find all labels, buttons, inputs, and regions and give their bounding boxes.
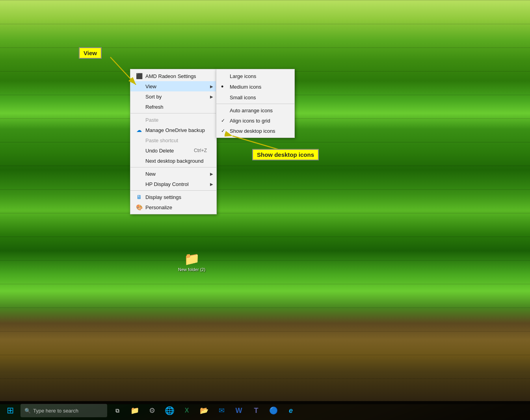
taskbar-edge[interactable]: e (282, 402, 299, 419)
submenu-label-small: Small icons (230, 95, 256, 100)
menu-item-amd-radeon[interactable]: ⬛ AMD Radeon Settings (130, 71, 216, 81)
menu-item-refresh[interactable]: Refresh (130, 102, 216, 112)
submenu-separator-1 (216, 104, 294, 104)
show-desktop-check: ✓ (221, 128, 227, 134)
submenu-large-icons[interactable]: Large icons (216, 71, 294, 81)
annotation-view: View (79, 47, 102, 59)
taskbar-search-box[interactable]: 🔍 Type here to search (20, 404, 107, 417)
menu-item-display-settings[interactable]: 🖥 Display settings (130, 192, 216, 202)
separator-3 (130, 190, 216, 191)
taskbar-excel[interactable]: X (178, 402, 195, 419)
desktop-icon-newfolder[interactable]: 📁 New folder (2) (178, 251, 205, 272)
menu-item-personalize[interactable]: 🎨 Personalize (130, 202, 216, 212)
submenu-label-align: Align icons to grid (230, 118, 270, 124)
menu-label-display: Display settings (145, 194, 181, 200)
menu-label-new: New (145, 171, 156, 177)
menu-label-paste-shortcut: Paste shortcut (145, 138, 178, 143)
submenu-view: Large icons • Medium icons Small icons A… (216, 69, 295, 138)
onedrive-icon: ☁ (135, 127, 143, 133)
menu-label-onedrive: Manage OneDrive backup (145, 127, 205, 133)
submenu-label-medium: Medium icons (230, 84, 261, 90)
view-arrow-icon: ▶ (210, 84, 213, 89)
menu-item-paste: Paste (130, 115, 216, 125)
submenu-auto-arrange[interactable]: Auto arrange icons (216, 105, 294, 115)
medium-bullet: • (221, 83, 227, 90)
submenu-medium-icons[interactable]: • Medium icons (216, 81, 294, 92)
search-placeholder: Type here to search (33, 408, 78, 414)
taskbar-word[interactable]: W (230, 402, 247, 419)
taskbar: ⊞ 🔍 Type here to search ⧉ 📁 ⚙ 🌐 X 📂 ✉ W … (0, 401, 530, 420)
menu-item-sort-by[interactable]: Sort by ▶ (130, 91, 216, 102)
undo-shortcut: Ctrl+Z (194, 148, 207, 153)
annotation-show-desktop-icons: Show desktop icons (252, 149, 319, 160)
menu-label-next-bg: Next desktop background (145, 158, 203, 164)
submenu-align-icons[interactable]: ✓ Align icons to grid (216, 115, 294, 126)
folder-label: New folder (2) (178, 267, 205, 272)
sort-arrow-icon: ▶ (210, 95, 213, 99)
menu-item-paste-shortcut: Paste shortcut (130, 135, 216, 145)
new-arrow-icon: ▶ (210, 172, 213, 176)
align-check: ✓ (221, 118, 227, 123)
taskbar-settings[interactable]: ⚙ (143, 402, 161, 419)
display-icon: 🖥 (135, 194, 143, 200)
submenu-small-icons[interactable]: Small icons (216, 92, 294, 102)
menu-item-new[interactable]: New ▶ (130, 169, 216, 179)
folder-icon: 📁 (184, 251, 200, 266)
taskbar-chrome[interactable]: 🔵 (265, 402, 282, 419)
menu-label-personalize: Personalize (145, 204, 172, 210)
menu-label-amd: AMD Radeon Settings (145, 73, 196, 79)
menu-label-undo: Undo Delete (145, 148, 174, 154)
taskbar-mail[interactable]: ✉ (213, 402, 230, 419)
search-icon: 🔍 (24, 408, 31, 414)
taskbar-start-button[interactable]: ⊞ (2, 402, 19, 419)
personalize-icon: 🎨 (135, 204, 143, 210)
context-menu: ⬛ AMD Radeon Settings View ▶ Sort by ▶ R… (130, 69, 217, 214)
taskbar-internet[interactable]: 🌐 (161, 402, 178, 419)
desktop-background (0, 0, 530, 404)
menu-label-hp: HP Display Control (145, 181, 189, 187)
separator-2 (130, 167, 216, 167)
taskbar-teams[interactable]: T (247, 402, 265, 419)
menu-item-undo-delete[interactable]: Undo Delete Ctrl+Z (130, 145, 216, 156)
submenu-show-desktop[interactable]: ✓ Show desktop icons (216, 126, 294, 136)
menu-item-hp-display[interactable]: HP Display Control ▶ (130, 179, 216, 189)
taskbar-folder[interactable]: 📂 (195, 402, 213, 419)
menu-label-refresh: Refresh (145, 104, 164, 110)
menu-item-next-background[interactable]: Next desktop background (130, 156, 216, 166)
submenu-label-large: Large icons (230, 73, 256, 79)
menu-label-sort: Sort by (145, 94, 162, 100)
separator-1 (130, 113, 216, 113)
taskbar-file-explorer[interactable]: 📁 (126, 402, 143, 419)
menu-item-onedrive[interactable]: ☁ Manage OneDrive backup (130, 125, 216, 135)
amd-icon: ⬛ (135, 73, 143, 79)
taskbar-task-view[interactable]: ⧉ (109, 402, 126, 419)
menu-label-view: View (145, 84, 156, 89)
hp-arrow-icon: ▶ (210, 182, 213, 186)
submenu-label-show-desktop: Show desktop icons (230, 128, 275, 134)
desktop: 📁 New folder (2) View Show desktop icons… (0, 0, 530, 420)
menu-label-paste: Paste (145, 117, 158, 123)
menu-item-view[interactable]: View ▶ (130, 81, 216, 91)
submenu-label-auto: Auto arrange icons (230, 108, 273, 113)
